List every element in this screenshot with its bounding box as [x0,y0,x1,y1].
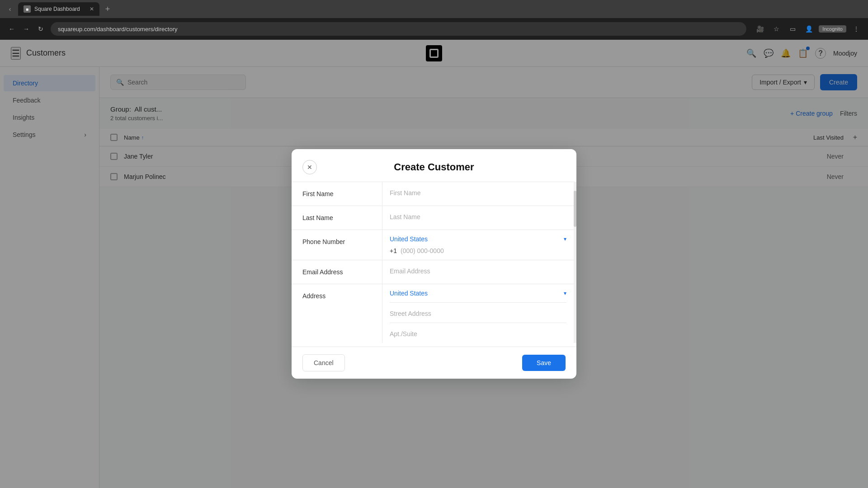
star-icon[interactable]: ☆ [770,23,783,35]
street-address-input[interactable] [390,308,566,319]
last-name-input[interactable] [390,211,566,222]
last-name-label: Last Name [292,206,382,230]
tab-close-button[interactable]: ✕ [90,6,94,12]
scroll-indicator [574,182,576,343]
address-country-chevron-icon: ▾ [564,290,566,296]
address-field: United States ▾ [382,284,574,343]
dialog-fields: First Name Last Name Phone Number [292,182,574,343]
sidebar-icon[interactable]: ▭ [786,23,799,35]
forward-button[interactable]: → [20,23,33,35]
phone-input[interactable] [401,247,566,254]
browser-tab-active[interactable]: ■ Square Dashboard ✕ [18,2,99,16]
phone-country-chevron-icon: ▾ [564,236,566,242]
email-address-row: Email Address [292,260,574,284]
scroll-thumb[interactable] [574,191,576,227]
first-name-input[interactable] [390,188,566,198]
dialog-header: ✕ Create Customer [292,149,576,182]
phone-number-row: Phone Number United States ▾ +1 [292,230,574,260]
new-tab-button[interactable]: + [101,3,114,15]
dialog-body: First Name Last Name Phone Number [292,182,576,347]
first-name-row: First Name [292,182,574,206]
menu-dots-icon[interactable]: ⋮ [850,23,863,35]
first-name-field [382,182,574,206]
phone-number-label: Phone Number [292,230,382,260]
browser-chrome: ‹ ■ Square Dashboard ✕ + ← → ↻ 🎥 ☆ ▭ 👤 I… [0,0,868,40]
email-address-field [382,260,574,284]
dialog-title: Create Customer [394,161,474,173]
last-name-row: Last Name [292,206,574,230]
phone-input-row: +1 [390,243,566,260]
modal-overlay[interactable]: ✕ Create Customer First Name Last Name [0,40,868,488]
camera-off-icon: 🎥 [754,23,766,35]
apt-suite-input[interactable] [390,328,566,339]
tab-title: Square Dashboard [34,6,86,12]
address-label: Address [292,284,382,343]
incognito-badge: Incognito [819,25,846,33]
browser-addressbar: ← → ↻ 🎥 ☆ ▭ 👤 Incognito ⋮ [0,18,868,40]
browser-tabbar: ‹ ■ Square Dashboard ✕ + [0,0,868,18]
address-row: Address United States ▾ [292,284,574,343]
create-customer-dialog: ✕ Create Customer First Name Last Name [292,149,576,379]
cancel-button[interactable]: Cancel [302,354,345,371]
refresh-button[interactable]: ↻ [34,23,47,35]
apt-address-row [390,323,566,343]
email-address-label: Email Address [292,260,382,284]
save-button[interactable]: Save [522,355,566,371]
tab-favicon: ■ [24,5,31,13]
phone-prefix: +1 [390,247,397,254]
profile-icon[interactable]: 👤 [802,23,815,35]
email-address-input[interactable] [390,266,566,277]
last-name-field [382,206,574,230]
phone-country-value: United States [390,235,428,243]
first-name-label: First Name [292,182,382,206]
close-icon: ✕ [307,164,312,171]
tab-nav-button[interactable]: ‹ [4,3,16,15]
address-bar[interactable] [51,22,746,36]
dialog-close-button[interactable]: ✕ [302,160,317,174]
address-country-select[interactable]: United States ▾ [390,290,566,302]
phone-number-field: United States ▾ +1 [382,230,574,260]
dialog-footer: Cancel Save [292,347,576,379]
address-country-value: United States [390,290,428,297]
browser-nav-buttons: ← → ↻ [5,23,47,35]
back-button[interactable]: ← [5,23,18,35]
phone-country-select[interactable]: United States ▾ [390,235,566,243]
browser-actions: 🎥 ☆ ▭ 👤 Incognito ⋮ [754,23,863,35]
street-address-row [390,302,566,323]
